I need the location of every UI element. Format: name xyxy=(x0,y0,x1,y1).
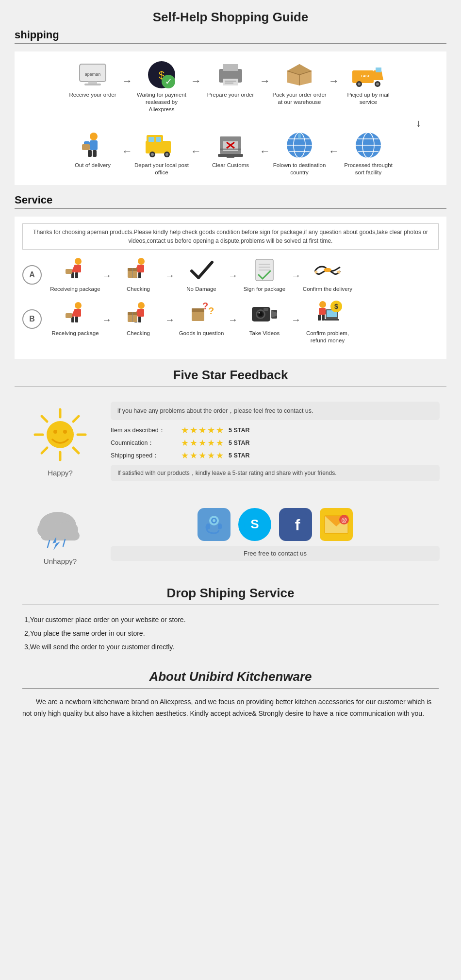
happy-label: Happy? xyxy=(48,469,73,477)
rating-stars-3: ★★★★★ xyxy=(181,450,225,461)
svc-b-question: ? ? Goods in question xyxy=(175,301,228,337)
svc-a-nodamage-label: No Damage xyxy=(186,286,216,293)
svg-rect-102 xyxy=(318,315,321,321)
svg-rect-106 xyxy=(325,319,339,321)
svg-rect-62 xyxy=(66,269,72,274)
svc-b-receive: Receiving package xyxy=(49,301,102,337)
email-icon: @ xyxy=(320,508,353,541)
svg-line-126 xyxy=(63,540,65,546)
flow-label-customs: Clear Customs xyxy=(212,162,249,169)
svg-rect-82 xyxy=(137,309,144,317)
svg-rect-59 xyxy=(74,265,81,272)
unhappy-section: Unhappy? xyxy=(15,497,446,572)
svc-b-receive-label: Receiving package xyxy=(51,330,99,337)
dropship-item-3: 3,We will send the order to your custome… xyxy=(24,640,439,654)
fivestar-section: Five Star Feedback xyxy=(15,368,446,573)
svg-point-39 xyxy=(165,153,168,156)
svc-a-confirm-label: Confirm the delivery xyxy=(303,286,352,293)
flow-item-outdelivery: Out of delivery xyxy=(64,131,122,169)
svg-point-100 xyxy=(319,301,326,308)
service-row-a: A xyxy=(22,256,439,293)
svg-rect-79 xyxy=(75,317,78,322)
dropship-title: Drop Shiping Service xyxy=(22,586,439,601)
svc-b-video: Take Videos xyxy=(238,301,291,337)
fivestar-left: Happy? xyxy=(21,406,99,477)
flow-item-pickup: FAST Picjed up by mail service xyxy=(339,60,397,106)
svc-b-question-icon: ? ? xyxy=(187,301,216,328)
svg-rect-66 xyxy=(138,272,141,278)
service-items-a: Receiveing package → xyxy=(49,256,439,293)
svc-a-confirm: Confirm the delivery xyxy=(301,256,354,293)
about-divider xyxy=(22,688,439,689)
arrow1: → xyxy=(122,70,132,87)
svc-a-nodamage: No Damage xyxy=(175,256,228,293)
contact-icons: S f xyxy=(111,508,440,541)
service-note: Thanks for choosing apeman products.Plea… xyxy=(22,223,439,250)
arrow3: → xyxy=(260,70,270,87)
payment-icon: $ ✓ xyxy=(144,60,179,89)
flow-item-customs: Clear Customs xyxy=(201,131,260,169)
svc-a-check-icon xyxy=(125,256,152,284)
svg-point-119 xyxy=(63,430,67,434)
svc-arrow-b4: → xyxy=(291,311,301,325)
flow-label-payment: Waiting for payment realeased by Aliexpr… xyxy=(132,91,191,113)
svc-b-refund: $ Confirm problem, refund money xyxy=(301,301,354,344)
sort-icon xyxy=(351,131,386,160)
main-title: Self-Help Shopping Guide xyxy=(15,10,446,25)
svg-point-81 xyxy=(138,302,145,309)
facebook-icon: f xyxy=(279,508,312,541)
flow-item-postoffice: Depart your local post office xyxy=(132,131,191,176)
svg-rect-61 xyxy=(75,272,78,278)
svc-arrow-a1: → xyxy=(102,267,112,281)
svg-point-24 xyxy=(376,83,379,85)
svg-point-118 xyxy=(53,430,57,434)
about-section: About Unibird Kitchenware We are a newbo… xyxy=(15,664,446,727)
svg-rect-131 xyxy=(218,524,222,529)
svc-b-video-icon xyxy=(250,301,279,328)
svg-point-96 xyxy=(259,312,260,313)
svc-a-confirm-icon xyxy=(313,256,342,284)
prepare-icon xyxy=(213,60,248,89)
destination-icon xyxy=(282,131,317,160)
service-label: Service xyxy=(15,194,446,206)
svc-b-refund-icon: $ xyxy=(313,301,342,328)
rating-count-3: 5 STAR xyxy=(229,452,250,459)
free-contact-box: Free free to contact us xyxy=(111,546,440,561)
pack-icon xyxy=(282,60,317,89)
flow-item-receive: apeman Receive your order xyxy=(64,60,122,99)
svg-rect-34 xyxy=(148,137,154,142)
rating-count-2: 5 STAR xyxy=(229,439,250,446)
svc-b-check-label: Checking xyxy=(127,330,150,337)
outdelivery-icon xyxy=(75,131,110,160)
service-section: Service Thanks for choosing apeman produ… xyxy=(15,194,446,359)
unhappy-left: Unhappy? xyxy=(21,504,99,565)
about-text: We are a newborn kitchenware brand on Al… xyxy=(22,696,439,720)
svg-rect-35 xyxy=(156,137,161,142)
shipping-flow: apeman Receive your order → $ ✓ xyxy=(15,51,446,185)
rating-label-3: Shipping speed： xyxy=(111,452,181,460)
svg-point-26 xyxy=(90,133,98,140)
svg-rect-45 xyxy=(218,154,243,157)
svg-text:@: @ xyxy=(341,517,347,524)
flow-item-prepare: Prepare your order xyxy=(201,60,260,99)
svg-rect-30 xyxy=(93,150,97,157)
flow-label-outdelivery: Out of delivery xyxy=(75,162,111,169)
service-content: Thanks for choosing apeman products.Plea… xyxy=(15,217,446,359)
svg-text:f: f xyxy=(295,516,300,534)
svg-rect-27 xyxy=(90,140,98,150)
flow-item-pack: Pack your order order at our warehouse xyxy=(270,60,329,106)
flow-label-prepare: Prepare your order xyxy=(207,91,254,99)
svc-a-sign: Sign for package xyxy=(238,256,291,293)
svg-rect-103 xyxy=(322,315,325,321)
svg-point-37 xyxy=(151,153,154,156)
svg-rect-123 xyxy=(41,531,80,541)
unhappy-label: Unhappy? xyxy=(44,557,77,565)
svg-point-75 xyxy=(326,268,331,272)
rating-row-2: Coumnication： ★★★★★ 5 STAR xyxy=(111,438,440,448)
service-items-b: Receiving package → xyxy=(49,301,439,344)
svg-rect-77 xyxy=(74,309,81,317)
svc-a-sign-label: Sign for package xyxy=(244,286,285,293)
svc-a-check-label: Checking xyxy=(127,286,150,293)
svg-point-76 xyxy=(75,302,82,309)
fivestar-content: Happy? if you have any problems about th… xyxy=(15,395,446,489)
